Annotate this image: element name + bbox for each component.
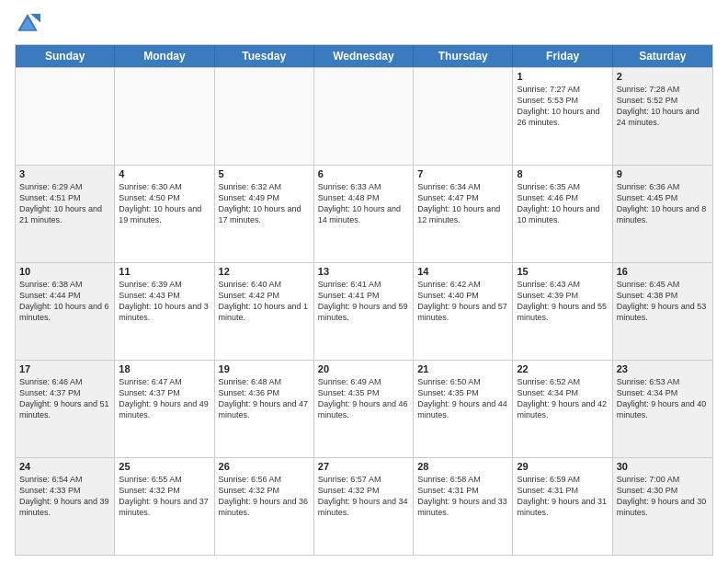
day-info: Sunrise: 7:00 AM Sunset: 4:30 PM Dayligh… xyxy=(617,474,709,519)
calendar-cell-day-6: 6Sunrise: 6:33 AM Sunset: 4:48 PM Daylig… xyxy=(314,166,414,262)
calendar-cell-empty xyxy=(115,68,214,165)
day-info: Sunrise: 6:49 AM Sunset: 4:35 PM Dayligh… xyxy=(318,376,409,421)
day-info: Sunrise: 6:54 AM Sunset: 4:33 PM Dayligh… xyxy=(19,474,110,519)
day-number: 4 xyxy=(119,168,210,179)
page: SundayMondayTuesdayWednesdayThursdayFrid… xyxy=(0,0,728,563)
day-info: Sunrise: 6:32 AM Sunset: 4:49 PM Dayligh… xyxy=(219,181,310,226)
day-number: 25 xyxy=(119,461,210,472)
weekday-header-friday: Friday xyxy=(513,45,612,67)
day-number: 12 xyxy=(219,266,310,277)
calendar-cell-day-8: 8Sunrise: 6:35 AM Sunset: 4:46 PM Daylig… xyxy=(513,166,612,262)
calendar-cell-day-18: 18Sunrise: 6:47 AM Sunset: 4:37 PM Dayli… xyxy=(115,361,214,457)
calendar-row-5: 24Sunrise: 6:54 AM Sunset: 4:33 PM Dayli… xyxy=(16,457,712,555)
calendar-cell-day-24: 24Sunrise: 6:54 AM Sunset: 4:33 PM Dayli… xyxy=(16,458,115,555)
weekday-header-monday: Monday xyxy=(115,45,214,67)
day-info: Sunrise: 6:33 AM Sunset: 4:48 PM Dayligh… xyxy=(318,181,409,226)
day-number: 18 xyxy=(119,363,210,374)
day-number: 8 xyxy=(517,168,608,179)
day-number: 26 xyxy=(219,461,310,472)
day-number: 29 xyxy=(517,461,608,472)
calendar-cell-day-22: 22Sunrise: 6:52 AM Sunset: 4:34 PM Dayli… xyxy=(513,361,612,457)
day-number: 7 xyxy=(417,168,508,179)
day-info: Sunrise: 6:58 AM Sunset: 4:31 PM Dayligh… xyxy=(417,474,508,519)
day-info: Sunrise: 6:43 AM Sunset: 4:39 PM Dayligh… xyxy=(517,279,608,324)
day-info: Sunrise: 6:45 AM Sunset: 4:38 PM Dayligh… xyxy=(617,279,709,324)
calendar-cell-day-25: 25Sunrise: 6:55 AM Sunset: 4:32 PM Dayli… xyxy=(115,458,214,555)
day-info: Sunrise: 6:55 AM Sunset: 4:32 PM Dayligh… xyxy=(119,474,210,519)
calendar-cell-day-2: 2Sunrise: 7:28 AM Sunset: 5:52 PM Daylig… xyxy=(613,68,712,165)
day-number: 9 xyxy=(617,168,709,179)
weekday-header-tuesday: Tuesday xyxy=(215,45,314,67)
calendar-cell-day-3: 3Sunrise: 6:29 AM Sunset: 4:51 PM Daylig… xyxy=(16,166,115,262)
calendar-cell-day-5: 5Sunrise: 6:32 AM Sunset: 4:49 PM Daylig… xyxy=(215,166,314,262)
day-info: Sunrise: 6:48 AM Sunset: 4:36 PM Dayligh… xyxy=(219,376,310,421)
day-number: 1 xyxy=(517,71,608,82)
calendar-cell-empty xyxy=(215,68,314,165)
logo-icon xyxy=(15,11,40,37)
day-number: 23 xyxy=(617,363,709,374)
day-info: Sunrise: 6:57 AM Sunset: 4:32 PM Dayligh… xyxy=(318,474,409,519)
day-info: Sunrise: 6:35 AM Sunset: 4:46 PM Dayligh… xyxy=(517,181,608,226)
day-info: Sunrise: 6:47 AM Sunset: 4:37 PM Dayligh… xyxy=(119,376,210,421)
calendar-body: 1Sunrise: 7:27 AM Sunset: 5:53 PM Daylig… xyxy=(16,67,712,555)
day-number: 28 xyxy=(417,461,508,472)
calendar: SundayMondayTuesdayWednesdayThursdayFrid… xyxy=(15,44,713,556)
calendar-cell-day-29: 29Sunrise: 6:59 AM Sunset: 4:31 PM Dayli… xyxy=(513,458,612,555)
calendar-cell-day-19: 19Sunrise: 6:48 AM Sunset: 4:36 PM Dayli… xyxy=(215,361,314,457)
svg-marker-2 xyxy=(30,14,40,22)
weekday-header-saturday: Saturday xyxy=(613,45,712,67)
day-info: Sunrise: 6:40 AM Sunset: 4:42 PM Dayligh… xyxy=(219,279,310,324)
day-info: Sunrise: 6:30 AM Sunset: 4:50 PM Dayligh… xyxy=(119,181,210,226)
calendar-row-1: 1Sunrise: 7:27 AM Sunset: 5:53 PM Daylig… xyxy=(16,67,712,165)
calendar-cell-day-4: 4Sunrise: 6:30 AM Sunset: 4:50 PM Daylig… xyxy=(115,166,214,262)
calendar-cell-empty xyxy=(314,68,414,165)
calendar-cell-day-1: 1Sunrise: 7:27 AM Sunset: 5:53 PM Daylig… xyxy=(513,68,612,165)
day-number: 21 xyxy=(417,363,508,374)
day-number: 10 xyxy=(19,266,110,277)
day-number: 19 xyxy=(219,363,310,374)
day-number: 6 xyxy=(318,168,409,179)
day-number: 27 xyxy=(318,461,409,472)
weekday-header-sunday: Sunday xyxy=(16,45,115,67)
logo xyxy=(15,11,44,37)
day-number: 2 xyxy=(617,71,709,82)
day-number: 3 xyxy=(19,168,110,179)
calendar-cell-day-13: 13Sunrise: 6:41 AM Sunset: 4:41 PM Dayli… xyxy=(314,263,414,360)
calendar-row-2: 3Sunrise: 6:29 AM Sunset: 4:51 PM Daylig… xyxy=(16,165,712,262)
day-number: 11 xyxy=(119,266,210,277)
day-info: Sunrise: 6:42 AM Sunset: 4:40 PM Dayligh… xyxy=(417,279,508,324)
calendar-cell-day-16: 16Sunrise: 6:45 AM Sunset: 4:38 PM Dayli… xyxy=(613,263,712,360)
calendar-cell-day-20: 20Sunrise: 6:49 AM Sunset: 4:35 PM Dayli… xyxy=(314,361,414,457)
calendar-cell-day-30: 30Sunrise: 7:00 AM Sunset: 4:30 PM Dayli… xyxy=(613,458,712,555)
day-info: Sunrise: 7:27 AM Sunset: 5:53 PM Dayligh… xyxy=(517,84,608,129)
day-info: Sunrise: 6:39 AM Sunset: 4:43 PM Dayligh… xyxy=(119,279,210,324)
day-info: Sunrise: 6:29 AM Sunset: 4:51 PM Dayligh… xyxy=(19,181,110,226)
calendar-cell-day-15: 15Sunrise: 6:43 AM Sunset: 4:39 PM Dayli… xyxy=(513,263,612,360)
calendar-header: SundayMondayTuesdayWednesdayThursdayFrid… xyxy=(16,45,712,67)
day-number: 16 xyxy=(617,266,709,277)
day-number: 14 xyxy=(417,266,508,277)
day-info: Sunrise: 6:38 AM Sunset: 4:44 PM Dayligh… xyxy=(19,279,110,324)
day-info: Sunrise: 7:28 AM Sunset: 5:52 PM Dayligh… xyxy=(617,84,709,129)
calendar-row-4: 17Sunrise: 6:46 AM Sunset: 4:37 PM Dayli… xyxy=(16,360,712,457)
calendar-cell-day-28: 28Sunrise: 6:58 AM Sunset: 4:31 PM Dayli… xyxy=(414,458,513,555)
calendar-cell-day-10: 10Sunrise: 6:38 AM Sunset: 4:44 PM Dayli… xyxy=(16,263,115,360)
calendar-cell-day-7: 7Sunrise: 6:34 AM Sunset: 4:47 PM Daylig… xyxy=(414,166,513,262)
day-info: Sunrise: 6:56 AM Sunset: 4:32 PM Dayligh… xyxy=(219,474,310,519)
day-info: Sunrise: 6:46 AM Sunset: 4:37 PM Dayligh… xyxy=(19,376,110,421)
day-number: 24 xyxy=(19,461,110,472)
header xyxy=(15,11,713,37)
calendar-cell-day-11: 11Sunrise: 6:39 AM Sunset: 4:43 PM Dayli… xyxy=(115,263,214,360)
calendar-cell-day-9: 9Sunrise: 6:36 AM Sunset: 4:45 PM Daylig… xyxy=(613,166,712,262)
weekday-header-wednesday: Wednesday xyxy=(314,45,414,67)
calendar-cell-day-21: 21Sunrise: 6:50 AM Sunset: 4:35 PM Dayli… xyxy=(414,361,513,457)
day-info: Sunrise: 6:41 AM Sunset: 4:41 PM Dayligh… xyxy=(318,279,409,324)
day-info: Sunrise: 6:50 AM Sunset: 4:35 PM Dayligh… xyxy=(417,376,508,421)
day-number: 30 xyxy=(617,461,709,472)
day-info: Sunrise: 6:59 AM Sunset: 4:31 PM Dayligh… xyxy=(517,474,608,519)
calendar-cell-day-23: 23Sunrise: 6:53 AM Sunset: 4:34 PM Dayli… xyxy=(613,361,712,457)
day-info: Sunrise: 6:34 AM Sunset: 4:47 PM Dayligh… xyxy=(417,181,508,226)
day-number: 20 xyxy=(318,363,409,374)
calendar-cell-day-26: 26Sunrise: 6:56 AM Sunset: 4:32 PM Dayli… xyxy=(215,458,314,555)
day-info: Sunrise: 6:36 AM Sunset: 4:45 PM Dayligh… xyxy=(617,181,709,226)
